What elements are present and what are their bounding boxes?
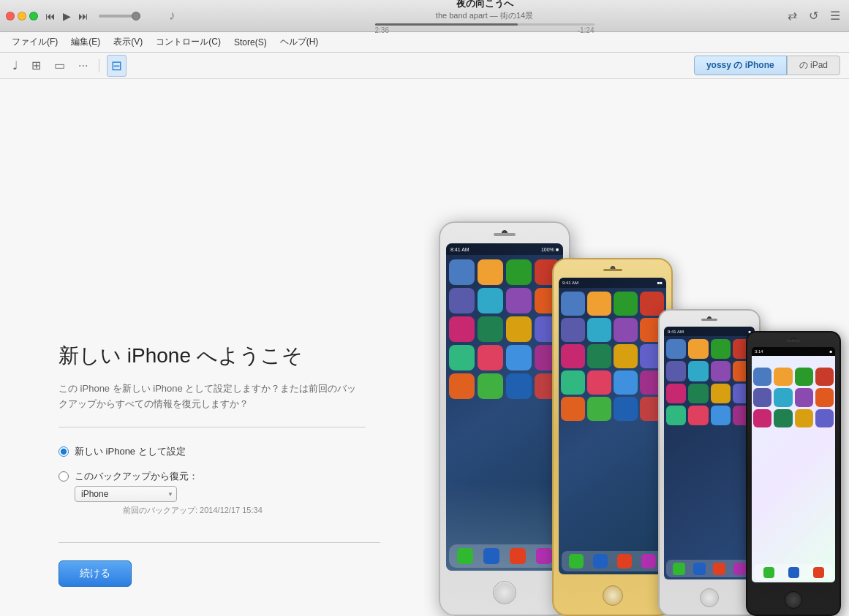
- music-view-icon[interactable]: ♩: [9, 56, 22, 75]
- left-panel: 新しい iPhone へようこそ この iPhone を新しい iPhone と…: [0, 79, 424, 616]
- menu-store[interactable]: Store(S): [228, 35, 273, 50]
- more-options-icon[interactable]: ···: [75, 57, 91, 75]
- dock: [562, 551, 663, 571]
- right-controls: ⇄ ↺ ☰: [785, 7, 843, 24]
- speaker-grille: [786, 340, 801, 342]
- iphone-5-black-mockup: 3:14■: [746, 331, 841, 616]
- toolbar: ♩ ⊞ ▭ ··· ⊟ yossy の iPhone の iPad: [0, 53, 849, 79]
- status-bar: 9:41 AM■■: [559, 278, 666, 288]
- time-remaining: -1:24: [578, 26, 595, 34]
- backup-date: 前回のバックアップ: 2014/12/17 15:34: [123, 505, 380, 516]
- fast-forward-button[interactable]: ⏭: [77, 9, 90, 23]
- progress-bar-fill: [375, 23, 518, 26]
- ipad-tab[interactable]: の iPad: [787, 56, 840, 75]
- dock: [754, 564, 833, 580]
- speaker-grille: [603, 269, 622, 271]
- song-title: 夜の向こうへ: [456, 0, 513, 10]
- home-button[interactable]: [603, 585, 623, 606]
- play-button[interactable]: ▶: [61, 9, 72, 23]
- new-iphone-option: 新しい iPhone として設定: [59, 445, 380, 458]
- song-artist: the band apart — 街の14景: [436, 10, 533, 21]
- transport-controls: ⏮ ▶ ⏭: [44, 9, 90, 23]
- menu-bar: ファイル(F) 編集(E) 表示(V) コントロール(C) Store(S) ヘ…: [0, 32, 849, 53]
- restore-row: iPhone iCloud バックアップ ▼: [75, 486, 380, 502]
- volume-thumb: [132, 12, 140, 20]
- backup-select-wrapper: iPhone iCloud バックアップ ▼: [75, 486, 177, 502]
- minimize-button[interactable]: [18, 12, 26, 20]
- iphone-6-gold-mockup: 9:41 AM■■: [552, 258, 673, 616]
- separator: [99, 59, 99, 72]
- right-panel: 8:41 AM100% ■: [424, 79, 849, 616]
- list-view-icon[interactable]: ▭: [50, 56, 69, 75]
- main-content: 新しい iPhone へようこそ この iPhone を新しい iPhone と…: [0, 79, 849, 616]
- device-tabs: yossy の iPhone の iPad: [694, 56, 840, 75]
- app-grid: [664, 336, 755, 428]
- new-iphone-label: 新しい iPhone として設定: [75, 445, 186, 458]
- divider: [59, 542, 380, 543]
- shuffle-icon[interactable]: ⇄: [785, 7, 800, 24]
- status-bar: 8:41 AM100% ■: [446, 243, 563, 255]
- dock: [666, 560, 752, 577]
- home-button[interactable]: [700, 588, 719, 607]
- status-bar: 9:41 AM■: [664, 327, 755, 336]
- new-iphone-radio[interactable]: [59, 446, 69, 457]
- title-bar: ⏮ ▶ ⏭ ♪ 夜の向こうへ the band apart — 街の14景 2:…: [0, 0, 849, 32]
- speaker-grille: [701, 319, 717, 321]
- iphone-5s-silver-mockup: 9:41 AM■: [658, 309, 761, 616]
- rewind-button[interactable]: ⏮: [44, 9, 57, 23]
- device-view-icon[interactable]: ⊟: [107, 55, 127, 77]
- time-elapsed: 2:36: [375, 26, 389, 34]
- restore-label: このバックアップから復元：: [75, 470, 198, 483]
- repeat-icon[interactable]: ↺: [806, 7, 821, 24]
- menu-edit[interactable]: 編集(E): [65, 34, 106, 50]
- menu-file[interactable]: ファイル(F): [6, 34, 64, 50]
- home-button[interactable]: [785, 591, 802, 609]
- time-display: 2:36 -1:24: [375, 26, 595, 34]
- volume-slider[interactable]: [99, 15, 157, 18]
- dock: [449, 544, 560, 568]
- options-section: 新しい iPhone として設定 このバックアップから復元： iPhone iC…: [59, 445, 380, 516]
- grid-view-icon[interactable]: ⊞: [28, 56, 45, 75]
- app-grid: [446, 255, 563, 403]
- restore-option: このバックアップから復元：: [59, 470, 380, 483]
- welcome-title: 新しい iPhone へようこそ: [59, 342, 380, 370]
- home-button[interactable]: [493, 581, 516, 604]
- music-note-icon: ♪: [169, 8, 176, 23]
- backup-select[interactable]: iPhone iCloud バックアップ: [75, 486, 177, 502]
- menu-view[interactable]: 表示(V): [107, 34, 148, 50]
- maximize-button[interactable]: [29, 12, 38, 20]
- iphone-tab[interactable]: yossy の iPhone: [694, 56, 787, 75]
- list-icon[interactable]: ☰: [827, 7, 843, 24]
- welcome-description: この iPhone を新しい iPhone として設定しますか？または前回のバッ…: [59, 381, 366, 427]
- app-grid: [752, 365, 835, 430]
- continue-button[interactable]: 続ける: [59, 560, 132, 587]
- status-bar: 3:14■: [752, 347, 835, 356]
- app-grid: [559, 288, 666, 425]
- menu-help[interactable]: ヘルプ(H): [274, 34, 325, 50]
- window-controls: [6, 12, 38, 20]
- close-button[interactable]: [6, 12, 15, 20]
- progress-bar[interactable]: [375, 23, 595, 26]
- restore-radio[interactable]: [59, 471, 69, 482]
- speaker-grille: [494, 233, 516, 236]
- iphone-6plus-mockup: 8:41 AM100% ■: [439, 221, 570, 616]
- now-playing: 夜の向こうへ the band apart — 街の14景 2:36 -1:24: [184, 0, 785, 34]
- menu-controls[interactable]: コントロール(C): [150, 34, 227, 50]
